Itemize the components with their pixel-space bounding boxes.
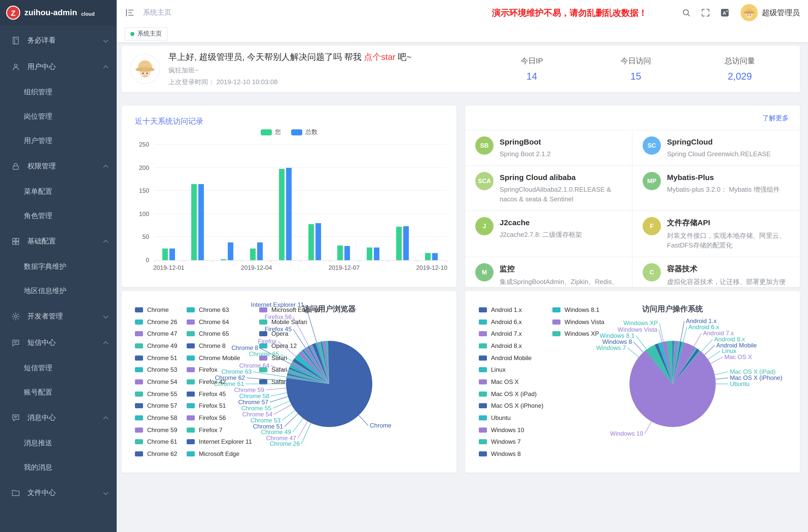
- bar[interactable]: [228, 243, 233, 260]
- star-link[interactable]: 点个star: [364, 52, 396, 62]
- bar[interactable]: [425, 253, 430, 260]
- sidebar-item[interactable]: 务必详看: [0, 27, 117, 54]
- logo-title: zuihou-admin: [24, 8, 77, 17]
- sidebar-menu: 务必详看用户中心组织管理岗位管理用户管理权限管理菜单配置角色管理基础配置数据字典…: [0, 25, 117, 506]
- axis-tick: [300, 260, 301, 262]
- stat-label: 今日IP: [480, 56, 584, 66]
- bar[interactable]: [250, 249, 255, 260]
- logo[interactable]: Z zuihou-admin cloud: [0, 0, 117, 25]
- bar[interactable]: [374, 248, 380, 260]
- breadcrumb[interactable]: 系统主页: [143, 8, 171, 17]
- sidebar-item[interactable]: 基础配置: [0, 228, 117, 255]
- greeting-stats: 今日IP14今日访问15总访问量2,029: [480, 56, 792, 82]
- bar[interactable]: [403, 226, 408, 260]
- active-tab-dot: [130, 32, 134, 36]
- font-size-icon[interactable]: A: [720, 7, 730, 18]
- feature-avatar: SC: [643, 136, 661, 155]
- sidebar-subitem[interactable]: 菜单配置: [0, 180, 117, 204]
- callout-line: [359, 415, 368, 425]
- gridline: [154, 237, 446, 237]
- bar[interactable]: [286, 168, 292, 260]
- sidebar-item-label: 基础配置: [27, 237, 104, 246]
- greeting-card: 早上好, 超级管理员, 今天帮别人解决问题了吗 帮我 点个star 吧~ 疯狂加…: [122, 45, 800, 92]
- pie-callout-label: Chrome 49: [261, 428, 291, 435]
- collapse-menu-icon[interactable]: [125, 7, 135, 18]
- feature-item[interactable]: JJ2cacheJ2cache2.7.8: 二级缓存框架: [465, 210, 632, 256]
- sidebar-subitem[interactable]: 数据字典维护: [0, 255, 117, 279]
- pie-callout-label: Firefox 45: [264, 326, 292, 332]
- bar[interactable]: [308, 224, 314, 260]
- sidebar-subitem[interactable]: 我的消息: [0, 455, 117, 480]
- pie-callout-label: Windows 8: [602, 338, 632, 345]
- legend-item[interactable]: 总数: [291, 128, 317, 136]
- x-axis-label: 2019-12-10: [409, 264, 455, 271]
- legend-swatch: [261, 129, 272, 135]
- chevron-up-icon: [103, 165, 108, 170]
- legend-item[interactable]: 您: [261, 128, 281, 136]
- fullscreen-icon[interactable]: [700, 7, 711, 18]
- main-area: 系统主页 演示环境维护不易，请勿乱删乱改数据！ A 超级管理员 系统主页 早上好…: [117, 0, 808, 532]
- sidebar-item[interactable]: 文件中心: [0, 480, 117, 506]
- callout-line: [715, 378, 728, 379]
- tab-system-home[interactable]: 系统主页: [125, 27, 167, 40]
- sidebar-item[interactable]: 权限管理: [0, 153, 117, 180]
- callout-line: [715, 372, 728, 375]
- bar[interactable]: [191, 184, 197, 260]
- feature-grid: SBSpringBootSpring Boot 2.1.2SCSpringClo…: [465, 130, 800, 287]
- sidebar-subitem[interactable]: 角色管理: [0, 204, 117, 228]
- pie-callout-label: Mac OS X (iPhone): [730, 374, 783, 381]
- feature-item[interactable]: SCSpringCloudSpring Cloud Greenwich.RELE…: [632, 130, 800, 165]
- feature-item[interactable]: C容器技术虚拟化容器技术，让迁移、部署更加方便快捷: [632, 256, 800, 287]
- sidebar-subitem[interactable]: 账号配置: [0, 380, 117, 405]
- username[interactable]: 超级管理员: [762, 8, 800, 18]
- sidebar-subitem[interactable]: 消息推送: [0, 431, 117, 455]
- sidebar-item[interactable]: 消息中心: [0, 405, 117, 431]
- bar[interactable]: [169, 249, 175, 260]
- greeting-title: 早上好, 超级管理员, 今天帮别人解决问题了吗 帮我 点个star 吧~: [168, 51, 411, 63]
- feature-item[interactable]: MPMybatis-PlusMybatis-plus 3.2.0： Mybati…: [632, 165, 800, 210]
- gridline: [154, 214, 446, 214]
- y-axis-label: 0: [129, 257, 149, 264]
- search-icon[interactable]: [681, 7, 691, 18]
- bar[interactable]: [315, 223, 321, 260]
- y-axis-label: 250: [129, 141, 149, 148]
- topbar: 系统主页 演示环境维护不易，请勿乱删乱改数据！ A 超级管理员: [117, 0, 808, 25]
- sidebar-subitem[interactable]: 短信管理: [0, 356, 117, 380]
- feature-avatar: F: [643, 217, 661, 235]
- sidebar-item[interactable]: 用户中心: [0, 54, 117, 80]
- sidebar-subitem[interactable]: 用户管理: [0, 129, 117, 153]
- bar[interactable]: [367, 247, 372, 260]
- user-avatar[interactable]: [740, 4, 758, 21]
- feature-title: 文件存储API: [667, 218, 790, 227]
- feature-item[interactable]: SCASpring Cloud alibabaSpringCloudAlibab…: [465, 165, 632, 210]
- feature-item[interactable]: F文件存储API封装文件接口，实现本地存储、阿里云、FastDFS存储的配置化: [632, 210, 800, 256]
- bar[interactable]: [162, 249, 168, 260]
- bar[interactable]: [199, 184, 204, 260]
- bar[interactable]: [279, 169, 284, 260]
- last-login-value: 2019-12-10 10:03:08: [216, 78, 277, 86]
- pie-callout-label: Android 1.x: [686, 317, 716, 324]
- stat-value: 15: [584, 71, 688, 82]
- bar[interactable]: [221, 259, 226, 260]
- learn-more-link[interactable]: 了解更多: [763, 114, 789, 123]
- sidebar-subitem[interactable]: 组织管理: [0, 80, 117, 105]
- feature-avatar: MP: [643, 172, 661, 190]
- sidebar-subitem[interactable]: 地区信息维护: [0, 279, 117, 303]
- bar[interactable]: [345, 246, 350, 260]
- feature-item[interactable]: SBSpringBootSpring Boot 2.1.2: [465, 130, 632, 165]
- bar[interactable]: [337, 245, 343, 260]
- feature-body: Spring Cloud alibabaSpringCloudAlibaba2.…: [500, 172, 622, 204]
- feature-item[interactable]: M监控集成SpringBootAdmin、Zipkin、Redis、Mysql、…: [465, 256, 632, 287]
- sidebar-subitem[interactable]: 岗位管理: [0, 105, 117, 129]
- sidebar-item-label: 权限管理: [27, 162, 104, 171]
- sidebar-item[interactable]: 开发者管理: [0, 303, 117, 330]
- stat-value: 14: [480, 71, 584, 82]
- grid-icon: [11, 237, 20, 246]
- sidebar-item[interactable]: 短信中心: [0, 330, 117, 356]
- callout-line: [627, 348, 639, 357]
- bar[interactable]: [396, 227, 402, 260]
- bar[interactable]: [257, 243, 262, 260]
- callout-line: [301, 423, 311, 444]
- bar[interactable]: [432, 253, 438, 260]
- pie-callout-label: Chrome 53: [250, 417, 280, 424]
